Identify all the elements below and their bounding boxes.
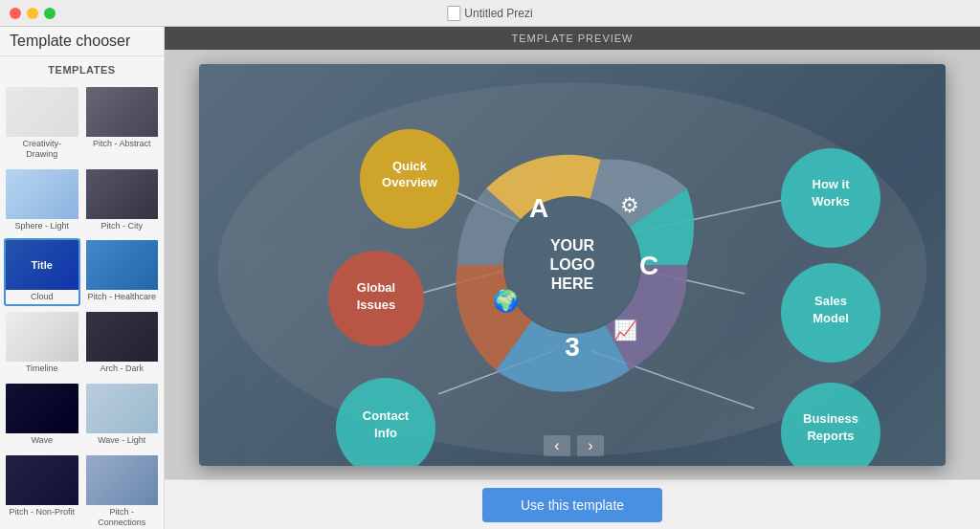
svg-text:Overview: Overview (382, 175, 438, 189)
svg-text:Quick: Quick (392, 159, 428, 173)
template-item-pitch-abstract[interactable]: Pitch - Abstract (84, 85, 161, 164)
svg-text:Issues: Issues (357, 298, 395, 312)
template-item-creativity-drawing[interactable]: Creativity-Drawing (4, 85, 80, 164)
template-thumb-cloud: Title (6, 240, 78, 290)
template-label-pitch-abstract: Pitch - Abstract (86, 137, 159, 151)
template-item-wave[interactable]: Wave (4, 382, 80, 450)
svg-text:YOUR: YOUR (550, 237, 595, 253)
svg-text:Model: Model (813, 311, 849, 325)
svg-text:⚙: ⚙ (620, 193, 639, 217)
window-title-area: Untitled Prezi (447, 6, 532, 21)
template-label-cloud: Cloud (6, 290, 78, 304)
content-area: TEMPLATE PREVIEW (165, 27, 980, 529)
document-icon (447, 6, 460, 21)
title-bar: Untitled Prezi (0, 0, 980, 27)
svg-text:A: A (529, 193, 548, 223)
preview-header: TEMPLATE PREVIEW (165, 27, 980, 50)
svg-text:Works: Works (812, 194, 850, 209)
template-grid: Creativity-DrawingPitch - AbstractSphere… (0, 81, 164, 529)
template-thumb-wave-light (86, 384, 159, 433)
template-item-sphere-light[interactable]: Sphere - Light (4, 167, 80, 235)
sidebar: Template chooser TEMPLATES Creativity-Dr… (0, 27, 165, 529)
next-slide-button[interactable]: › (577, 435, 604, 456)
template-thumb-pitch-nonprofit (6, 455, 78, 505)
template-label-creativity-drawing: Creativity-Drawing (6, 137, 78, 162)
template-label-wave: Wave (6, 433, 78, 448)
use-template-button[interactable]: Use this template (482, 488, 662, 522)
app-title: Template chooser (0, 27, 164, 56)
close-button[interactable] (10, 8, 21, 19)
template-thumb-wave (6, 384, 78, 433)
window-controls (10, 8, 56, 19)
main-layout: Template chooser TEMPLATES Creativity-Dr… (0, 27, 980, 529)
template-item-cloud[interactable]: TitleCloud (4, 238, 80, 306)
template-item-timeline[interactable]: Timeline (4, 310, 80, 378)
svg-text:3: 3 (565, 332, 580, 362)
template-label-pitch-healthcare: Pitch - Healthcare (86, 290, 159, 304)
bottom-bar: Use this template (165, 479, 980, 529)
template-thumb-sphere-light (6, 169, 78, 219)
svg-text:Info: Info (374, 426, 397, 440)
template-thumb-creativity-drawing (6, 87, 78, 137)
template-label-pitch-city: Pitch - City (86, 219, 159, 233)
template-item-arch-dark[interactable]: Arch - Dark (84, 310, 161, 378)
template-item-pitch-healthcare[interactable]: Pitch - Healthcare (84, 238, 161, 306)
svg-text:Global: Global (357, 280, 395, 295)
template-label-pitch-connections: Pitch - Connections (86, 505, 159, 529)
prev-slide-button[interactable]: ‹ (544, 435, 570, 456)
svg-text:LOGO: LOGO (549, 256, 594, 273)
maximize-button[interactable] (44, 8, 56, 19)
svg-text:📈: 📈 (613, 319, 637, 342)
template-item-pitch-city[interactable]: Pitch - City (84, 167, 161, 235)
slide-container: YOUR LOGO HERE A ⚙ C 📈 3 🌍 (199, 64, 946, 466)
template-thumb-pitch-connections (86, 455, 159, 505)
template-label-sphere-light: Sphere - Light (6, 219, 78, 233)
template-item-pitch-connections[interactable]: Pitch - Connections (84, 453, 161, 529)
template-item-pitch-nonprofit[interactable]: Pitch - Non-Profit (4, 453, 80, 529)
preview-area: YOUR LOGO HERE A ⚙ C 📈 3 🌍 (165, 50, 980, 479)
templates-header: TEMPLATES (0, 56, 164, 81)
svg-text:Business: Business (803, 411, 858, 426)
svg-text:Reports: Reports (807, 429, 854, 443)
template-item-wave-light[interactable]: Wave - Light (84, 382, 161, 450)
svg-text:HERE: HERE (551, 276, 594, 292)
template-thumb-arch-dark (86, 312, 159, 362)
diagram-svg: YOUR LOGO HERE A ⚙ C 📈 3 🌍 (199, 64, 946, 466)
template-thumb-pitch-healthcare (86, 240, 159, 290)
template-label-wave-light: Wave - Light (86, 433, 159, 448)
template-label-timeline: Timeline (6, 362, 78, 376)
svg-text:🌍: 🌍 (493, 288, 520, 314)
window-title: Untitled Prezi (464, 7, 532, 20)
template-label-arch-dark: Arch - Dark (86, 362, 159, 376)
svg-text:Contact: Contact (363, 408, 410, 423)
template-thumb-pitch-abstract (86, 87, 159, 137)
svg-text:C: C (639, 251, 658, 280)
svg-text:Sales: Sales (814, 294, 847, 308)
minimize-button[interactable] (27, 8, 38, 19)
template-label-pitch-nonprofit: Pitch - Non-Profit (6, 505, 78, 519)
svg-text:How it: How it (813, 177, 851, 191)
template-thumb-pitch-city (86, 169, 159, 219)
template-thumb-timeline (6, 312, 78, 362)
